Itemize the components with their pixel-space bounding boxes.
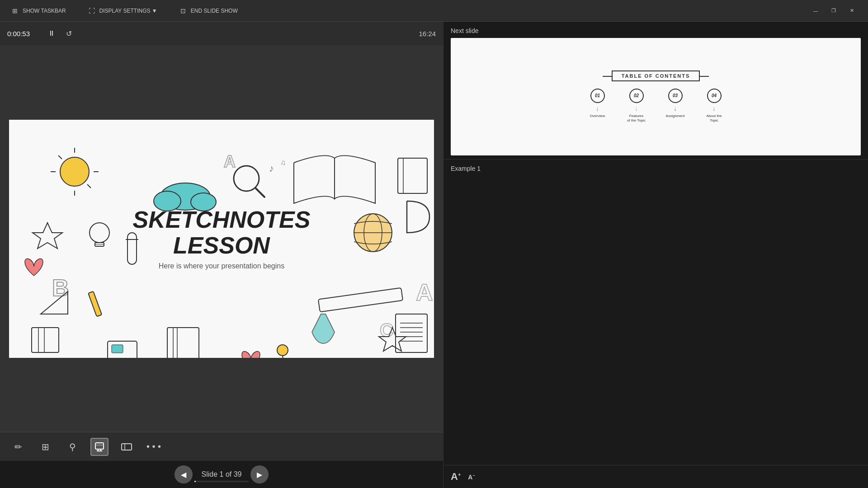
toc-circle-2: 02 bbox=[629, 89, 644, 103]
pause-button[interactable]: ⏸ bbox=[46, 28, 57, 39]
svg-rect-25 bbox=[318, 287, 403, 311]
svg-text:A: A bbox=[416, 279, 433, 305]
toc-arrow-3: ↓ bbox=[674, 105, 677, 112]
slide-subtitle: Here is where your presentation begins bbox=[133, 262, 311, 270]
timer-display: 0:00:53 bbox=[7, 30, 39, 38]
svg-rect-40 bbox=[398, 158, 427, 193]
svg-marker-28 bbox=[379, 328, 406, 351]
toc-item-1: 01 ↓ Overview bbox=[582, 89, 613, 118]
prev-slide-button[interactable]: ◀ bbox=[175, 465, 193, 483]
svg-rect-20 bbox=[88, 291, 102, 316]
toc-label-3: Assignment bbox=[666, 114, 685, 118]
main-layout: 0:00:53 ⏸ ↺ 16:24 bbox=[0, 22, 868, 488]
font-controls: A+ A− bbox=[443, 465, 868, 488]
toc-circle-1: 01 bbox=[590, 89, 605, 103]
show-taskbar-btn[interactable]: ⊞ SHOW TASKBAR bbox=[7, 5, 70, 17]
svg-point-10 bbox=[354, 214, 392, 252]
toc-circle-4: 04 bbox=[707, 89, 722, 103]
svg-rect-31 bbox=[396, 314, 427, 352]
slide-background: ♪ ♫ B bbox=[9, 120, 434, 358]
next-slide-section: Next slide TABLE OF CONTENTS 01 ↓ Overvi… bbox=[443, 22, 868, 159]
toc-item-3: 03 ↓ Assignment bbox=[660, 89, 691, 118]
display-settings-btn[interactable]: ⛶ DISPLAY SETTINGS ▼ bbox=[84, 5, 161, 17]
search-button[interactable]: ⚲ bbox=[63, 438, 81, 456]
toc-arrow-2: ↓ bbox=[635, 105, 638, 112]
display-settings-label: DISPLAY SETTINGS ▼ bbox=[99, 8, 157, 14]
svg-marker-19 bbox=[41, 291, 68, 314]
clock-display: 16:24 bbox=[419, 30, 436, 38]
close-button[interactable]: ✕ bbox=[843, 4, 861, 18]
slide-main-title-line2: LESSON bbox=[133, 233, 311, 258]
svg-marker-15 bbox=[33, 223, 62, 249]
end-slideshow-icon: ⊡ bbox=[179, 7, 187, 15]
svg-line-6 bbox=[87, 184, 91, 188]
example-section: Example 1 bbox=[443, 159, 868, 178]
svg-text:B: B bbox=[52, 275, 69, 301]
slide-counter: Slide 1 of 39 bbox=[202, 470, 242, 478]
svg-line-5 bbox=[58, 155, 62, 159]
font-decrease-button[interactable]: A− bbox=[468, 473, 475, 481]
window-controls: — ❐ ✕ bbox=[807, 4, 861, 18]
show-taskbar-label: SHOW TASKBAR bbox=[23, 8, 66, 14]
end-slideshow-label: END SLIDE SHOW bbox=[191, 8, 238, 14]
next-slide-preview: TABLE OF CONTENTS 01 ↓ Overview 02 ↓ Fea… bbox=[451, 38, 861, 155]
toc-label-2: Featuresof the Topic bbox=[627, 114, 646, 123]
toc-item-2: 02 ↓ Featuresof the Topic bbox=[621, 89, 652, 123]
toc-arrow-4: ↓ bbox=[712, 105, 716, 112]
svg-point-0 bbox=[60, 157, 89, 186]
pen-tool-button[interactable]: ✏ bbox=[9, 438, 27, 456]
svg-rect-51 bbox=[95, 443, 104, 449]
slide-frame: ♪ ♫ B bbox=[9, 120, 434, 358]
svg-text:♪: ♪ bbox=[269, 163, 274, 174]
svg-text:C: C bbox=[380, 319, 393, 341]
svg-line-30 bbox=[283, 356, 285, 358]
minimize-button[interactable]: — bbox=[807, 4, 825, 18]
toc-label-1: Overview bbox=[590, 114, 605, 118]
example-label: Example 1 bbox=[451, 165, 861, 172]
toc-items: 01 ↓ Overview 02 ↓ Featuresof the Topic … bbox=[582, 89, 730, 123]
next-slide-label: Next slide bbox=[451, 27, 861, 34]
svg-rect-45 bbox=[108, 341, 137, 358]
toc-slide: TABLE OF CONTENTS 01 ↓ Overview 02 ↓ Fea… bbox=[451, 38, 861, 155]
slide-main-title-line1: SKETCHNOTES bbox=[133, 207, 311, 233]
pointer-tool-button[interactable] bbox=[90, 438, 108, 456]
svg-rect-46 bbox=[112, 345, 123, 353]
grid-view-button[interactable]: ⊞ bbox=[36, 438, 54, 456]
svg-line-14 bbox=[256, 188, 264, 197]
svg-text:♫: ♫ bbox=[280, 159, 286, 166]
svg-point-7 bbox=[160, 183, 210, 210]
restore-button[interactable]: ❐ bbox=[825, 4, 843, 18]
end-slideshow-btn[interactable]: ⊡ END SLIDE SHOW bbox=[175, 5, 241, 17]
toc-circle-3: 03 bbox=[668, 89, 683, 103]
svg-point-16 bbox=[90, 223, 109, 243]
taskbar-icon: ⊞ bbox=[11, 7, 19, 15]
font-increase-button[interactable]: A+ bbox=[451, 471, 461, 483]
toc-arrow-1: ↓ bbox=[596, 105, 599, 112]
slide-title: SKETCHNOTES LESSON Here is where your pr… bbox=[133, 207, 311, 270]
slide-controls-bar: 0:00:53 ⏸ ↺ 16:24 bbox=[0, 22, 443, 45]
svg-text:A: A bbox=[224, 152, 236, 171]
toc-title: TABLE OF CONTENTS bbox=[622, 73, 690, 79]
svg-rect-56 bbox=[122, 444, 132, 450]
display-icon: ⛶ bbox=[88, 7, 96, 15]
svg-rect-17 bbox=[95, 243, 104, 246]
next-slide-button[interactable]: ▶ bbox=[250, 465, 269, 483]
svg-point-29 bbox=[277, 345, 288, 356]
left-panel: 0:00:53 ⏸ ↺ 16:24 bbox=[0, 22, 443, 488]
more-options-button[interactable]: • • • bbox=[145, 438, 163, 456]
toc-item-4: 04 ↓ About theTopic bbox=[698, 89, 730, 123]
svg-rect-37 bbox=[32, 328, 59, 352]
toc-label-4: About theTopic bbox=[706, 114, 722, 123]
svg-rect-42 bbox=[167, 328, 199, 358]
toc-banner: TABLE OF CONTENTS bbox=[612, 70, 700, 81]
slide-display: ♪ ♫ B bbox=[0, 45, 443, 432]
right-panel: Next slide TABLE OF CONTENTS 01 ↓ Overvi… bbox=[443, 22, 868, 488]
bottom-toolbar: ✏ ⊞ ⚲ • • • bbox=[0, 432, 443, 461]
reset-button[interactable]: ↺ bbox=[64, 28, 74, 40]
top-bar: ⊞ SHOW TASKBAR ⛶ DISPLAY SETTINGS ▼ ⊡ EN… bbox=[0, 0, 868, 22]
slide-nav: ◀ Slide 1 of 39 ▶ bbox=[0, 461, 443, 488]
view-mode-button[interactable] bbox=[118, 438, 136, 456]
svg-point-13 bbox=[234, 166, 259, 191]
svg-point-11 bbox=[364, 214, 382, 252]
